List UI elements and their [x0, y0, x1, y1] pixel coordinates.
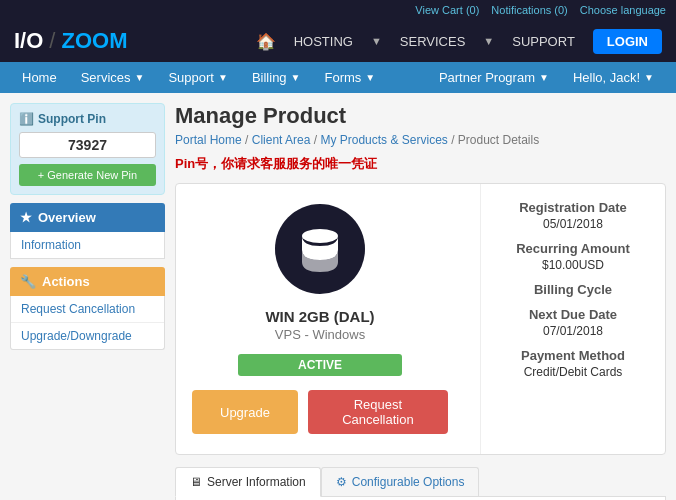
- right-nav: Partner Program ▼ Hello, Jack! ▼: [427, 62, 666, 93]
- info-icon: ℹ️: [19, 112, 34, 126]
- services-nav[interactable]: SERVICES: [400, 34, 466, 49]
- main-nav-bar: Home Services ▼ Support ▼ Billing ▼ Form…: [0, 62, 676, 93]
- support-nav-caret: ▼: [218, 72, 228, 83]
- nav-partner-program[interactable]: Partner Program ▼: [427, 62, 561, 93]
- cancel-button[interactable]: Request Cancellation: [308, 390, 448, 434]
- content-area: ℹ️ Support Pin 73927 + Generate New Pin …: [0, 93, 676, 500]
- payment-method-value: Credit/Debit Cards: [495, 365, 651, 379]
- main-panel: Manage Product Portal Home / Client Area…: [175, 103, 666, 500]
- view-cart-link[interactable]: View Cart (0): [415, 4, 479, 16]
- breadcrumb-portal-home[interactable]: Portal Home: [175, 133, 242, 147]
- partner-nav-caret: ▼: [539, 72, 549, 83]
- billing-cycle-label: Billing Cycle: [495, 282, 651, 297]
- breadcrumb-current: Product Details: [458, 133, 539, 147]
- support-pin-box: ℹ️ Support Pin 73927 + Generate New Pin: [10, 103, 165, 195]
- top-bar: View Cart (0) Notifications (0) Choose l…: [0, 0, 676, 20]
- sidebar-overview-section[interactable]: ★ Overview: [10, 203, 165, 232]
- registration-date-value: 05/01/2018: [495, 217, 651, 231]
- pin-number-display: 73927: [19, 132, 156, 158]
- nav-billing[interactable]: Billing ▼: [240, 62, 313, 93]
- nav-services[interactable]: Services ▼: [69, 62, 157, 93]
- logo: I/O / ZOOM: [14, 28, 127, 54]
- product-name: WIN 2GB (DAL): [265, 308, 374, 325]
- support-nav[interactable]: SUPPORT: [512, 34, 575, 49]
- header-nav: 🏠 HOSTING ▼ SERVICES ▼ SUPPORT LOGIN: [147, 29, 662, 54]
- logo-separator: /: [49, 28, 55, 54]
- payment-method-label: Payment Method: [495, 348, 651, 363]
- header: I/O / ZOOM 🏠 HOSTING ▼ SERVICES ▼ SUPPOR…: [0, 20, 676, 62]
- breadcrumb-my-products[interactable]: My Products & Services: [320, 133, 447, 147]
- upgrade-button[interactable]: Upgrade: [192, 390, 298, 434]
- product-type: VPS - Windows: [275, 327, 365, 342]
- breadcrumb-client-area[interactable]: Client Area: [252, 133, 311, 147]
- generate-pin-button[interactable]: + Generate New Pin: [19, 164, 156, 186]
- breadcrumb: Portal Home / Client Area / My Products …: [175, 133, 666, 147]
- status-badge: ACTIVE: [238, 354, 402, 376]
- choose-language-link[interactable]: Choose language: [580, 4, 666, 16]
- sidebar-action-items: Request Cancellation Upgrade/Downgrade: [10, 296, 165, 350]
- tab-configurable-options[interactable]: ⚙ Configurable Options: [321, 467, 480, 496]
- services-nav-caret: ▼: [135, 72, 145, 83]
- nav-forms[interactable]: Forms ▼: [313, 62, 388, 93]
- nav-hello-user[interactable]: Hello, Jack! ▼: [561, 62, 666, 93]
- support-pin-title: ℹ️ Support Pin: [19, 112, 156, 126]
- tabs-bar: 🖥 Server Information ⚙ Configurable Opti…: [175, 467, 666, 497]
- nav-home[interactable]: Home: [10, 62, 69, 93]
- services-caret: ▼: [483, 35, 494, 47]
- action-buttons: Upgrade Request Cancellation: [192, 390, 448, 434]
- billing-nav-caret: ▼: [291, 72, 301, 83]
- config-icon: ⚙: [336, 475, 347, 489]
- database-icon: [295, 224, 345, 274]
- star-icon: ★: [20, 210, 32, 225]
- sidebar-action-cancellation[interactable]: Request Cancellation: [11, 296, 164, 323]
- wrench-icon: 🔧: [20, 274, 36, 289]
- tab-server-information[interactable]: 🖥 Server Information: [175, 467, 321, 497]
- recurring-amount-value: $10.00USD: [495, 258, 651, 272]
- user-nav-caret: ▼: [644, 72, 654, 83]
- product-info-panel: Registration Date 05/01/2018 Recurring A…: [480, 184, 665, 454]
- sidebar: ℹ️ Support Pin 73927 + Generate New Pin …: [10, 103, 165, 500]
- recurring-amount-label: Recurring Amount: [495, 241, 651, 256]
- logo-io-text: I/O: [14, 28, 43, 54]
- hosting-caret: ▼: [371, 35, 382, 47]
- login-button[interactable]: LOGIN: [593, 29, 662, 54]
- page-title: Manage Product: [175, 103, 666, 129]
- sidebar-actions-section[interactable]: 🔧 Actions: [10, 267, 165, 296]
- notifications-link[interactable]: Notifications (0): [491, 4, 567, 16]
- registration-date-label: Registration Date: [495, 200, 651, 215]
- next-due-date-value: 07/01/2018: [495, 324, 651, 338]
- product-icon: [275, 204, 365, 294]
- product-left: WIN 2GB (DAL) VPS - Windows ACTIVE Upgra…: [176, 184, 464, 454]
- chinese-note-pin: Pin号，你请求客服服务的唯一凭证: [175, 155, 666, 173]
- home-icon[interactable]: 🏠: [256, 32, 276, 51]
- server-icon: 🖥: [190, 475, 202, 489]
- sidebar-information-item[interactable]: Information: [10, 232, 165, 259]
- svg-point-0: [302, 229, 338, 243]
- forms-nav-caret: ▼: [365, 72, 375, 83]
- next-due-date-label: Next Due Date: [495, 307, 651, 322]
- product-panel: WIN 2GB (DAL) VPS - Windows ACTIVE Upgra…: [175, 183, 666, 455]
- logo-zoom-text: ZOOM: [61, 28, 127, 54]
- hosting-nav[interactable]: HOSTING: [294, 34, 353, 49]
- nav-support[interactable]: Support ▼: [156, 62, 239, 93]
- sidebar-action-upgrade[interactable]: Upgrade/Downgrade: [11, 323, 164, 349]
